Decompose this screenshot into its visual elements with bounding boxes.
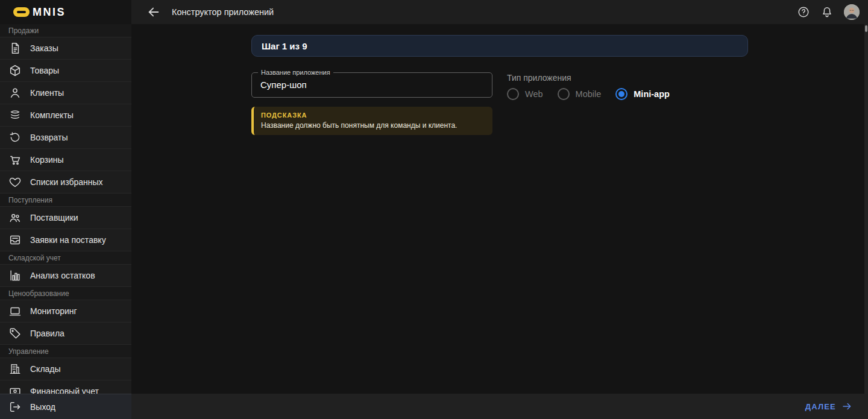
cart-icon	[8, 153, 22, 166]
section-label: Ценообразование	[8, 289, 69, 298]
laptop-icon	[8, 304, 22, 318]
radio-circle-icon	[558, 88, 570, 100]
inbox-icon	[8, 233, 22, 247]
sidebar-item-bundles[interactable]: Комплекты	[0, 104, 131, 127]
sidebar-nav: Продажи Заказы Товары Клиенты Комплекты …	[0, 24, 131, 394]
section-label: Продажи	[8, 27, 39, 35]
sidebar-item-label: Выход	[30, 402, 55, 412]
back-arrow-icon[interactable]	[147, 5, 160, 19]
stepper-banner: Шаг 1 из 9	[251, 35, 748, 57]
sidebar-item-label: Склады	[30, 364, 61, 374]
app-type-group: Тип приложения Web Mobile Mini-app	[507, 72, 684, 100]
sidebar-item-logout[interactable]: Выход	[0, 394, 131, 419]
sidebar-item-label: Финансовый учет	[30, 386, 99, 394]
sidebar-item-label: Списки избранных	[30, 177, 103, 187]
sidebar-item-orders[interactable]: Заказы	[0, 37, 131, 60]
bar-chart-icon	[8, 269, 22, 282]
radio-circle-icon	[615, 88, 627, 100]
sidebar-item-carts[interactable]: Корзины	[0, 149, 131, 171]
main-content: Шаг 1 из 9 Название приложения Супер-шоп…	[131, 24, 868, 394]
sidebar-item-products[interactable]: Товары	[0, 60, 131, 82]
radio-option-label: Mobile	[576, 89, 602, 99]
section-label: Управление	[8, 347, 49, 356]
package-icon	[8, 64, 22, 77]
radio-circle-icon	[507, 88, 519, 100]
stepper-label: Шаг 1 из 9	[262, 41, 307, 51]
sidebar-item-wishlists[interactable]: Списки избранных	[0, 171, 131, 194]
building-icon	[8, 362, 22, 376]
radio-option-web[interactable]: Web	[507, 88, 543, 100]
sidebar-section-warehouse-accounting: Складской учет	[0, 251, 131, 265]
sidebar-item-returns[interactable]: Возвраты	[0, 127, 131, 149]
sidebar-scrollbar-thumb[interactable]	[865, 25, 867, 32]
top-bar: MNIS Конструктор приложений	[0, 0, 868, 24]
sidebar-section-sales: Продажи	[0, 24, 131, 37]
heart-icon	[8, 175, 22, 189]
sidebar-scrollbar[interactable]	[864, 24, 868, 394]
sidebar-item-monitoring[interactable]: Мониторинг	[0, 300, 131, 323]
radio-option-label: Web	[525, 89, 543, 99]
sidebar-item-label: Товары	[30, 66, 59, 75]
money-icon	[8, 385, 22, 394]
sidebar-item-label: Правила	[30, 329, 64, 338]
sidebar-section-incoming: Поступления	[0, 194, 131, 207]
sidebar-item-financial-accounting[interactable]: Финансовый учет	[0, 380, 131, 394]
app-setup-form: Название приложения Супер-шоп ПОДСКАЗКА …	[251, 72, 748, 135]
sidebar-item-label: Заявки на поставку	[30, 235, 106, 245]
section-label: Поступления	[8, 196, 52, 204]
brand-name: MNIS	[33, 6, 66, 19]
bottom-action-bar: ДАЛЕЕ	[131, 394, 868, 419]
layers-icon	[8, 109, 22, 122]
topbar-actions	[797, 4, 860, 20]
sidebar-item-stock-analysis[interactable]: Анализ остатков	[0, 265, 131, 287]
people-icon	[8, 211, 22, 224]
radio-option-mini-app[interactable]: Mini-app	[615, 88, 670, 100]
hint-box: ПОДСКАЗКА Название должно быть понятным …	[251, 107, 492, 135]
topbar-main: Конструктор приложений	[131, 0, 868, 24]
app-type-options: Web Mobile Mini-app	[507, 88, 684, 100]
name-field-column: Название приложения Супер-шоп ПОДСКАЗКА …	[251, 72, 492, 135]
sidebar-item-label: Клиенты	[30, 88, 64, 98]
sidebar-item-clients[interactable]: Клиенты	[0, 82, 131, 104]
sidebar-item-label: Заказы	[30, 43, 58, 53]
sidebar-item-label: Анализ остатков	[30, 271, 95, 280]
rotate-left-icon	[8, 131, 22, 144]
sidebar-item-label: Возвраты	[30, 133, 68, 142]
sidebar-item-label: Комплекты	[30, 110, 74, 120]
app-type-label: Тип приложения	[507, 73, 684, 83]
hint-title: ПОДСКАЗКА	[261, 112, 485, 119]
person-icon	[8, 86, 22, 99]
omnis-o-icon	[13, 7, 30, 17]
sidebar-item-label: Корзины	[30, 155, 64, 165]
brand-logo: MNIS	[0, 0, 131, 24]
arrow-right-icon	[841, 401, 852, 412]
logout-icon	[8, 400, 22, 414]
sidebar-item-suppliers[interactable]: Поставщики	[0, 207, 131, 229]
sidebar-item-label: Поставщики	[30, 213, 78, 222]
user-avatar[interactable]	[844, 4, 860, 20]
radio-option-mobile[interactable]: Mobile	[558, 88, 602, 100]
sidebar-item-supply-requests[interactable]: Заявки на поставку	[0, 229, 131, 251]
help-icon[interactable]	[797, 5, 810, 19]
radio-option-label: Mini-app	[634, 89, 670, 99]
hint-text: Название должно быть понятным для команд…	[261, 121, 485, 130]
app-name-input-label: Название приложения	[258, 69, 333, 77]
tag-icon	[8, 327, 22, 340]
sidebar-item-label: Мониторинг	[30, 306, 77, 316]
sidebar-section-pricing: Ценообразование	[0, 287, 131, 300]
next-button[interactable]: ДАЛЕЕ	[805, 401, 852, 412]
sidebar-item-rules[interactable]: Правила	[0, 323, 131, 345]
sidebar-section-management: Управление	[0, 345, 131, 358]
page-title: Конструктор приложений	[172, 7, 274, 17]
document-icon	[8, 42, 22, 55]
section-label: Складской учет	[8, 254, 61, 262]
next-button-label: ДАЛЕЕ	[805, 402, 836, 411]
app-name-input[interactable]: Название приложения Супер-шоп	[251, 72, 492, 98]
bell-icon[interactable]	[820, 5, 834, 19]
sidebar-item-warehouses[interactable]: Склады	[0, 358, 131, 380]
